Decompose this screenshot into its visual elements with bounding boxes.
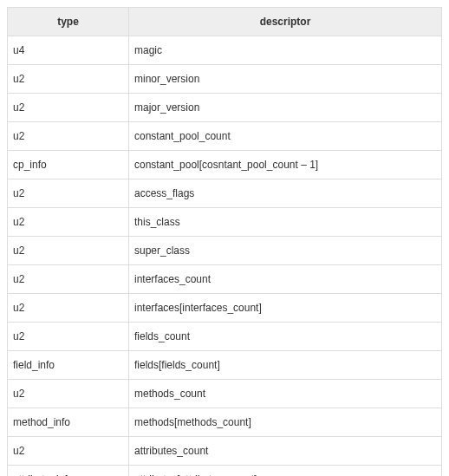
cell-type: u2: [8, 380, 129, 408]
cell-type: u2: [8, 94, 129, 122]
cell-descriptor: constant_pool_count: [129, 122, 442, 151]
cell-descriptor: fields_count: [129, 323, 442, 351]
cell-descriptor: magic: [129, 36, 442, 65]
cell-descriptor: access_flags: [129, 179, 442, 208]
cell-descriptor: major_version: [129, 94, 442, 122]
cell-type: u2: [8, 237, 129, 265]
cell-type: u2: [8, 437, 129, 466]
cell-descriptor: methods[methods_count]: [129, 408, 442, 437]
cell-type: u4: [8, 36, 129, 65]
cell-descriptor: interfaces[interfaces_count]: [129, 294, 442, 323]
cell-descriptor: attributes[attributes_count]: [129, 466, 442, 477]
cell-type: attribute_info: [8, 466, 129, 477]
table-body: u4magicu2minor_versionu2major_versionu2c…: [8, 36, 442, 477]
table-row: u2fields_count: [8, 323, 442, 351]
cell-descriptor: methods_count: [129, 380, 442, 408]
cell-descriptor: attributes_count: [129, 437, 442, 466]
cell-type: u2: [8, 265, 129, 294]
table-row: field_infofields[fields_count]: [8, 351, 442, 380]
table-row: u2interfaces_count: [8, 265, 442, 294]
cell-descriptor: interfaces_count: [129, 265, 442, 294]
cell-type: u2: [8, 208, 129, 237]
cell-type: field_info: [8, 351, 129, 380]
table-row: u2super_class: [8, 237, 442, 265]
table-row: u2constant_pool_count: [8, 122, 442, 151]
table-row: u2this_class: [8, 208, 442, 237]
table-row: u2major_version: [8, 94, 442, 122]
table-row: u2minor_version: [8, 65, 442, 94]
table-row: u2methods_count: [8, 380, 442, 408]
cell-descriptor: fields[fields_count]: [129, 351, 442, 380]
header-type: type: [8, 8, 129, 36]
table-header-row: type descriptor: [8, 8, 442, 36]
header-descriptor: descriptor: [129, 8, 442, 36]
cell-type: u2: [8, 122, 129, 151]
table-row: method_infomethods[methods_count]: [8, 408, 442, 437]
cell-descriptor: this_class: [129, 208, 442, 237]
cell-type: u2: [8, 179, 129, 208]
cell-type: method_info: [8, 408, 129, 437]
cell-descriptor: minor_version: [129, 65, 442, 94]
cell-type: u2: [8, 323, 129, 351]
cell-descriptor: constant_pool[cosntant_pool_count – 1]: [129, 151, 442, 179]
table-row: attribute_infoattributes[attributes_coun…: [8, 466, 442, 477]
table-row: u2interfaces[interfaces_count]: [8, 294, 442, 323]
cell-type: u2: [8, 65, 129, 94]
table-row: u2access_flags: [8, 179, 442, 208]
class-file-structure-table: type descriptor u4magicu2minor_versionu2…: [7, 7, 442, 476]
table-row: u2attributes_count: [8, 437, 442, 466]
table-row: cp_infoconstant_pool[cosntant_pool_count…: [8, 151, 442, 179]
table-row: u4magic: [8, 36, 442, 65]
cell-type: u2: [8, 294, 129, 323]
cell-type: cp_info: [8, 151, 129, 179]
cell-descriptor: super_class: [129, 237, 442, 265]
